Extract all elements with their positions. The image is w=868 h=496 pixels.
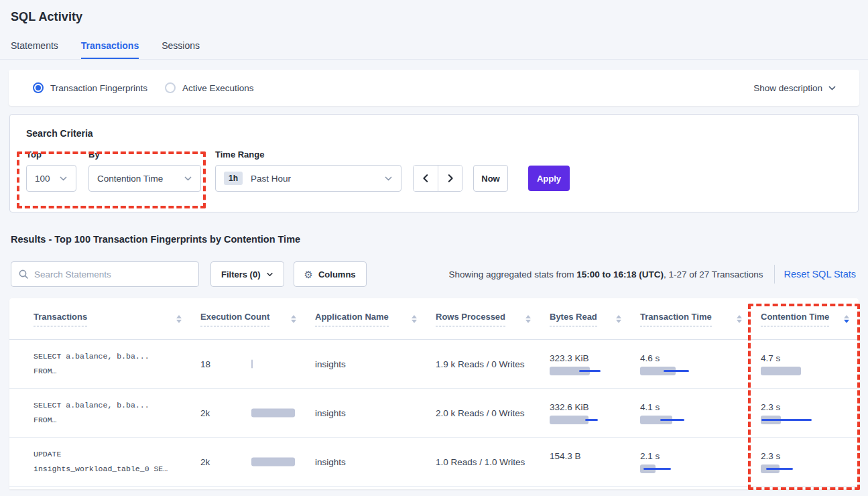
contention-time-cell: 2.3 s bbox=[761, 451, 859, 473]
page-header: SQL Activity bbox=[0, 0, 868, 24]
chevron-down-icon bbox=[828, 84, 836, 92]
column-header-execution-count[interactable]: Execution Count bbox=[200, 312, 315, 326]
by-field: By Contention Time bbox=[76, 149, 201, 192]
column-header-transactions[interactable]: Transactions bbox=[9, 312, 200, 326]
sort-icon-active-desc[interactable] bbox=[844, 315, 849, 323]
top-select-value: 100 bbox=[35, 174, 50, 184]
top-select[interactable]: 100 bbox=[26, 165, 76, 192]
application-name-cell: insights bbox=[315, 408, 436, 418]
column-header-contention-time[interactable]: Contention Time bbox=[761, 312, 859, 326]
bytes-read-cell: 332.6 KiB bbox=[550, 402, 640, 424]
chevron-down-icon bbox=[266, 271, 273, 278]
application-name-cell: insights bbox=[315, 457, 436, 467]
previous-time-button[interactable] bbox=[414, 166, 438, 191]
tab-sessions[interactable]: Sessions bbox=[162, 40, 200, 59]
radio-unselected-icon[interactable] bbox=[165, 82, 176, 93]
execution-count-cell: 2k bbox=[200, 457, 315, 467]
transaction-time-cell: 2.1 s bbox=[640, 451, 761, 473]
tabs-bar: Statements Transactions Sessions bbox=[0, 40, 868, 60]
execution-count-bar bbox=[251, 360, 296, 369]
transaction-query-link[interactable]: SELECT a.balance, b.ba... FROM… bbox=[9, 398, 200, 428]
transactions-table: Transactions Execution Count Application… bbox=[9, 298, 859, 489]
sort-icon[interactable] bbox=[737, 315, 742, 323]
show-description-toggle[interactable]: Show description bbox=[753, 83, 845, 93]
columns-button[interactable]: ⚙ Columns bbox=[294, 261, 367, 287]
column-header-rows-processed[interactable]: Rows Processed bbox=[436, 312, 550, 326]
rows-processed-cell: 2.0 k Reads / 0 Writes bbox=[436, 408, 550, 418]
sort-icon[interactable] bbox=[412, 315, 417, 323]
execution-count-cell: 18 bbox=[200, 359, 315, 369]
aggregated-stats-note: Showing aggregated stats from 15:00 to 1… bbox=[449, 269, 763, 280]
contention-time-bar bbox=[761, 416, 828, 424]
radio-active-executions[interactable]: Active Executions bbox=[165, 82, 254, 93]
transaction-query-link[interactable]: UPDATE insights_workload_table_0 SE… bbox=[9, 447, 200, 477]
contention-time-cell: 2.3 s bbox=[761, 402, 859, 424]
table-row[interactable]: UPDATE insights_workload_table_0 SE… 2k … bbox=[9, 438, 859, 487]
results-controls-row: Filters (0) ⚙ Columns Showing aggregated… bbox=[11, 261, 857, 287]
sort-icon[interactable] bbox=[616, 315, 621, 323]
transaction-time-metric: 4.6 s bbox=[640, 353, 708, 375]
rows-processed-cell: 1.9 k Reads / 0 Writes bbox=[436, 359, 550, 369]
rows-processed-cell: 1.0 Reads / 1.0 Writes bbox=[436, 457, 550, 467]
show-description-label: Show description bbox=[753, 83, 822, 93]
time-range-label: Time Range bbox=[215, 149, 401, 160]
chevron-down-icon bbox=[59, 174, 68, 183]
table-row[interactable]: SELECT a.balance, b.ba... FROM… 2k insig… bbox=[9, 389, 859, 438]
radio-selected-icon[interactable] bbox=[33, 82, 44, 93]
now-button[interactable]: Now bbox=[473, 165, 508, 192]
radio-label: Transaction Fingerprints bbox=[50, 83, 147, 93]
transaction-time-bar bbox=[640, 464, 707, 473]
execution-count-value: 2k bbox=[200, 457, 210, 467]
column-header-transaction-time[interactable]: Transaction Time bbox=[640, 312, 761, 326]
bytes-read-bar bbox=[550, 367, 617, 375]
filters-button[interactable]: Filters (0) bbox=[210, 261, 284, 287]
contention-time-bar bbox=[761, 464, 828, 473]
sort-icon[interactable] bbox=[176, 315, 182, 323]
transaction-time-cell: 4.6 s bbox=[640, 353, 761, 375]
by-select-value: Contention Time bbox=[97, 174, 163, 184]
by-select[interactable]: Contention Time bbox=[88, 165, 201, 192]
execution-count-bar bbox=[251, 409, 296, 418]
results-heading: Results - Top 100 Transaction Fingerprin… bbox=[11, 234, 857, 245]
time-range-select[interactable]: 1h Past Hour bbox=[215, 165, 401, 192]
column-header-application-name[interactable]: Application Name bbox=[315, 312, 436, 326]
bytes-read-bar bbox=[550, 416, 617, 424]
transaction-time-bar bbox=[640, 416, 707, 424]
search-input[interactable] bbox=[11, 261, 199, 287]
execution-count-value: 2k bbox=[200, 408, 210, 418]
top-field: Top 100 bbox=[26, 149, 76, 192]
bytes-read-cell: 154.3 B bbox=[550, 451, 640, 473]
stats-time-range: 15:00 to 16:18 (UTC) bbox=[576, 269, 664, 280]
bytes-read-metric: 323.3 KiB bbox=[550, 353, 618, 375]
execution-count-value: 18 bbox=[200, 359, 210, 369]
chevron-down-icon bbox=[184, 174, 192, 183]
tab-transactions[interactable]: Transactions bbox=[81, 40, 139, 59]
sort-icon[interactable] bbox=[291, 315, 296, 323]
reset-sql-stats-link[interactable]: Reset SQL Stats bbox=[784, 269, 856, 280]
by-label: By bbox=[88, 149, 201, 160]
top-label: Top bbox=[26, 149, 76, 160]
contention-time-metric: 2.3 s bbox=[761, 451, 829, 473]
search-box bbox=[11, 261, 199, 287]
time-range-field: Time Range 1h Past Hour bbox=[201, 149, 401, 192]
next-time-button[interactable] bbox=[438, 166, 462, 191]
page-title: SQL Activity bbox=[11, 10, 857, 24]
radio-transaction-fingerprints[interactable]: Transaction Fingerprints bbox=[33, 82, 147, 93]
columns-label: Columns bbox=[318, 269, 356, 280]
transaction-time-metric: 2.1 s bbox=[640, 451, 708, 473]
time-range-badge: 1h bbox=[224, 172, 243, 185]
time-pager bbox=[413, 165, 462, 192]
application-name-cell: insights bbox=[315, 359, 436, 369]
column-header-bytes-read[interactable]: Bytes Read bbox=[550, 312, 640, 326]
transaction-query-link[interactable]: SELECT a.balance, b.ba... FROM… bbox=[9, 349, 200, 379]
bytes-read-cell: 323.3 KiB bbox=[550, 353, 640, 375]
table-row[interactable]: SELECT a.balance, b.ba... FROM… 18 insig… bbox=[9, 340, 859, 389]
contention-time-metric: 4.7 s bbox=[761, 353, 829, 375]
radio-label: Active Executions bbox=[182, 83, 254, 93]
search-criteria-card: Search Criteria Top 100 By Contention Ti… bbox=[9, 114, 859, 212]
apply-button[interactable]: Apply bbox=[528, 166, 570, 191]
time-range-value: Past Hour bbox=[251, 174, 291, 184]
sort-icon[interactable] bbox=[525, 315, 531, 323]
tab-statements[interactable]: Statements bbox=[11, 40, 58, 59]
table-header-row: Transactions Execution Count Application… bbox=[9, 298, 859, 340]
